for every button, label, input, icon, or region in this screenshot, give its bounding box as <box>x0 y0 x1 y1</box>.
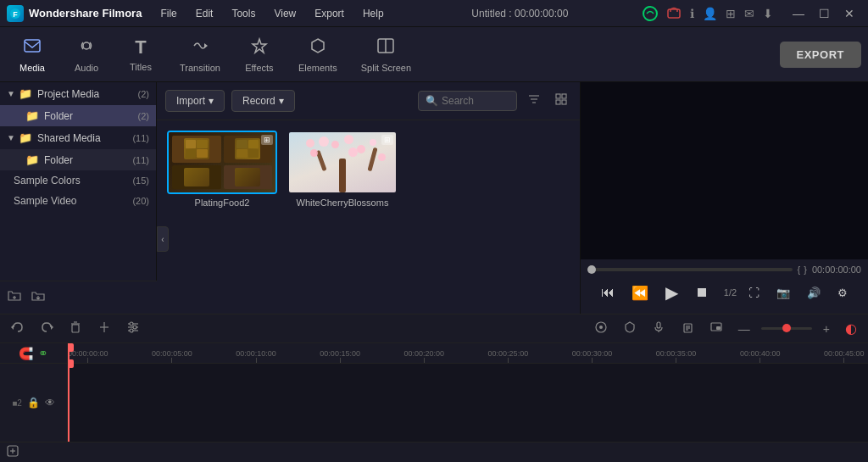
go-start-button[interactable]: ⏮ <box>596 282 620 303</box>
preview-screen <box>581 82 868 259</box>
search-box[interactable]: 🔍 <box>418 91 517 111</box>
delete-button[interactable] <box>64 318 86 339</box>
step-back-button[interactable]: ⏪ <box>626 282 654 303</box>
fullscreen-icon[interactable]: ⛶ <box>743 284 765 302</box>
tab-effects[interactable]: Effects <box>234 31 285 78</box>
svg-rect-3 <box>668 9 680 18</box>
undo-button[interactable] <box>7 318 29 339</box>
add-track-icon[interactable] <box>7 445 19 459</box>
import-label: Import <box>176 95 205 107</box>
tab-audio[interactable]: Audio <box>61 31 112 78</box>
menu-tools[interactable]: Tools <box>223 4 264 23</box>
export-button[interactable]: EXPORT <box>780 42 861 68</box>
svg-rect-42 <box>716 326 721 330</box>
clipboard-icon[interactable] <box>676 318 698 339</box>
stop-button[interactable]: ⏹ <box>690 282 714 303</box>
redo-button[interactable] <box>36 318 58 339</box>
video-track-label: ■2 <box>12 398 22 408</box>
tab-media[interactable]: Media <box>7 31 58 78</box>
progress-bar-thumb[interactable] <box>587 265 596 274</box>
cart-icon[interactable] <box>666 6 682 21</box>
tab-transition-label: Transition <box>180 63 220 73</box>
tab-titles[interactable]: T Titles <box>115 31 166 77</box>
tab-splitscreen-label: Split Screen <box>361 63 411 73</box>
menu-file[interactable]: File <box>152 4 185 23</box>
tab-elements[interactable]: Elements <box>288 31 348 78</box>
grid-view-icon[interactable] <box>551 89 571 113</box>
menu-export[interactable]: Export <box>306 4 353 23</box>
maximize-button[interactable]: ☐ <box>812 4 836 23</box>
render-icon[interactable] <box>590 318 612 339</box>
track-lock-icon[interactable]: 🔒 <box>27 397 40 409</box>
zoom-slider[interactable] <box>761 327 812 330</box>
progress-bar-track[interactable] <box>587 268 793 271</box>
user-icon[interactable]: 👤 <box>703 7 717 20</box>
info-icon[interactable]: ℹ <box>690 7 694 20</box>
tab-splitscreen[interactable]: Split Screen <box>351 31 421 78</box>
menu-bar: File Edit Tools View Export Help <box>152 4 397 23</box>
link-icon[interactable]: ⚭ <box>38 347 48 360</box>
quality-selector[interactable]: 1/2 <box>724 287 737 298</box>
content-area: Import ▾ Record ▾ 🔍 <box>157 82 580 314</box>
tree-section-shared-media: ▼ 📁 Shared Media (11) 📁 Folder (11) <box>0 126 156 170</box>
cut-button[interactable] <box>93 318 115 339</box>
menu-view[interactable]: View <box>265 4 304 23</box>
app-logo: F Wondershare Filmora <box>7 5 142 22</box>
bracket-left: { <box>798 264 801 275</box>
shared-media-header[interactable]: ▼ 📁 Shared Media (11) <box>0 126 156 149</box>
sample-video-item[interactable]: Sample Video (20) <box>0 191 156 211</box>
minimize-button[interactable]: — <box>787 4 810 23</box>
tab-titles-label: Titles <box>130 62 152 72</box>
shared-media-folder[interactable]: 📁 Folder (11) <box>0 149 156 170</box>
window-title: Untitled : 00:00:00:00 <box>398 8 643 19</box>
menu-help[interactable]: Help <box>354 4 392 23</box>
add-folder-icon[interactable] <box>7 288 22 307</box>
content-toolbar: Import ▾ Record ▾ 🔍 <box>157 82 580 120</box>
zoom-in-icon[interactable]: + <box>819 320 834 338</box>
close-button[interactable]: ✕ <box>837 4 861 23</box>
record-arrow-icon: ▾ <box>279 95 284 107</box>
record-button[interactable]: Record ▾ <box>231 90 295 112</box>
snap-icon[interactable]: 🧲 <box>19 347 33 360</box>
mail-icon[interactable]: ✉ <box>744 7 754 20</box>
project-media-header[interactable]: ▼ 📁 Project Media (2) <box>0 82 156 105</box>
pip-icon[interactable] <box>705 318 727 339</box>
volume-icon[interactable]: 🔊 <box>802 284 826 302</box>
project-media-label: Project Media <box>37 88 138 100</box>
import-button[interactable]: Import ▾ <box>165 90 225 112</box>
search-input[interactable] <box>442 95 509 107</box>
media-item-food[interactable]: ⊞ PlatingFood2 <box>167 131 277 208</box>
splitscreen-icon <box>376 36 395 59</box>
project-media-folder[interactable]: 📁 Folder (2) <box>0 105 156 126</box>
tab-transition[interactable]: Transition <box>170 31 231 78</box>
play-button[interactable]: ▶ <box>660 280 683 305</box>
shield-icon[interactable] <box>619 318 641 339</box>
sample-colors-item[interactable]: Sample Colors (15) <box>0 170 156 191</box>
svg-point-30 <box>130 322 133 326</box>
timeline-bottom-bar <box>0 442 868 462</box>
shared-media-folder-label: Folder <box>44 154 132 166</box>
menu-edit[interactable]: Edit <box>187 4 222 23</box>
screenshot-icon[interactable]: 📷 <box>771 284 795 302</box>
svg-point-34 <box>599 326 603 329</box>
grid-icon[interactable]: ⊞ <box>726 7 736 20</box>
zoom-out-icon[interactable]: — <box>734 320 754 338</box>
overflow-icon[interactable]: ◐ <box>841 318 861 339</box>
import-arrow-icon: ▾ <box>209 95 214 107</box>
download-icon[interactable]: ⬇ <box>763 7 773 20</box>
mic-icon[interactable] <box>648 318 670 339</box>
settings-icon[interactable]: ⚙ <box>832 284 853 302</box>
project-media-arrow: ▼ <box>7 89 15 98</box>
import-folder-icon[interactable] <box>31 288 46 307</box>
media-item-cherry[interactable]: ⊞ WhiteCherryBlossoms <box>287 131 398 208</box>
window-controls: — ☐ ✕ <box>787 4 861 23</box>
preview-panel: { } 00:00:00:00 ⏮ ⏪ ▶ ⏹ 1/2 ⛶ 📷 🔊 ⚙ <box>580 82 868 314</box>
svg-marker-21 <box>51 325 53 330</box>
sample-video-label: Sample Video <box>14 195 132 207</box>
filter-icon[interactable] <box>524 89 544 113</box>
track-visibility-icon[interactable]: 👁 <box>45 397 55 409</box>
sample-video-count: (20) <box>132 196 149 206</box>
adjust-button[interactable] <box>122 318 144 339</box>
time-display: 00:00:00:00 <box>812 264 861 275</box>
panel-collapse-arrow[interactable]: ‹ <box>157 226 169 252</box>
